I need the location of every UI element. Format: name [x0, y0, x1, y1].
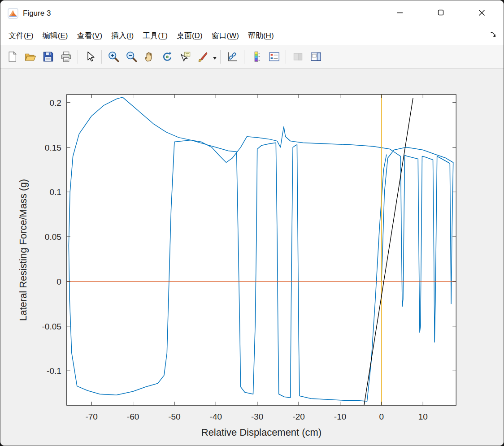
zoom-out-button[interactable] — [122, 48, 140, 66]
link-plot-icon — [226, 51, 239, 63]
open-file-button[interactable] — [21, 48, 39, 66]
figure-canvas: -70-60-50-40-30-20-10010-0.1-0.0500.050.… — [0, 69, 504, 446]
x-tick-label: -50 — [168, 412, 180, 421]
menu-item-d[interactable]: 桌面(D) — [172, 28, 207, 43]
maximize-icon — [438, 9, 444, 17]
toolbar-separator — [286, 50, 286, 64]
x-tick-label: 0 — [379, 412, 384, 421]
toolbar-separator — [101, 50, 102, 64]
y-tick-label: 0.1 — [49, 187, 61, 197]
new-figure-icon — [6, 51, 18, 63]
open-file-icon — [24, 51, 36, 63]
axes-background — [67, 95, 456, 405]
x-tick-label: -10 — [334, 412, 346, 421]
menu-item-f[interactable]: 文件(F) — [4, 28, 38, 43]
insert-legend-icon — [268, 51, 280, 63]
zoom-out-icon — [126, 51, 138, 63]
toolbar-separator — [78, 50, 78, 64]
menu-item-v[interactable]: 查看(V) — [72, 28, 107, 43]
pan-icon — [143, 51, 156, 63]
toolbar-separator — [220, 50, 221, 64]
y-tick-label: -0.05 — [42, 322, 61, 331]
link-plot-button[interactable] — [223, 48, 241, 66]
rotate-3d-button[interactable] — [158, 48, 176, 66]
window-controls — [386, 0, 504, 26]
dock-figure-button[interactable] — [488, 30, 498, 40]
x-tick-label: -30 — [251, 412, 263, 421]
brush-data-icon — [197, 51, 209, 63]
insert-legend-button[interactable] — [265, 48, 283, 66]
close-icon — [478, 9, 485, 18]
zoom-in-icon — [108, 51, 120, 63]
brush-data-button[interactable] — [194, 48, 212, 66]
menu-item-w[interactable]: 窗口(W) — [207, 28, 243, 43]
x-axis-label: Relative Displacement (cm) — [201, 427, 322, 438]
hide-plot-tools-icon — [292, 51, 304, 63]
save-figure-button[interactable] — [39, 48, 57, 66]
menu-item-e[interactable]: 编辑(E) — [38, 28, 73, 43]
menu-item-h[interactable]: 帮助(H) — [243, 28, 278, 43]
toolbar-separator — [244, 50, 244, 64]
insert-colorbar-icon — [250, 51, 262, 63]
window-title: Figure 3 — [23, 9, 51, 18]
x-tick-label: -70 — [85, 412, 97, 421]
minimize-button[interactable] — [386, 0, 414, 26]
data-cursor-icon — [179, 51, 191, 63]
rotate-3d-icon — [161, 51, 174, 63]
menu-item-t[interactable]: 工具(T) — [138, 28, 172, 43]
x-tick-label: -40 — [210, 412, 222, 421]
dock-arrow-icon — [490, 31, 497, 40]
new-figure-button[interactable] — [3, 48, 21, 66]
print-figure-icon — [60, 51, 72, 63]
matlab-figure-window: Figure 3 文件(F)编辑(E)查看(V)插入(I)工具(T)桌面(D)窗… — [0, 0, 504, 446]
insert-colorbar-button[interactable] — [247, 48, 265, 66]
minimize-icon — [397, 9, 403, 17]
toolbar — [0, 45, 504, 69]
window-titlebar: Figure 3 — [0, 0, 504, 26]
show-plot-tools-icon — [310, 51, 322, 63]
y-tick-label: 0.15 — [45, 143, 61, 152]
pan-button[interactable] — [140, 48, 158, 66]
maximize-button[interactable] — [426, 0, 455, 26]
data-cursor-button[interactable] — [176, 48, 194, 66]
menu-bar: 文件(F)编辑(E)查看(V)插入(I)工具(T)桌面(D)窗口(W)帮助(H) — [0, 26, 504, 45]
plot-area[interactable]: -70-60-50-40-30-20-10010-0.1-0.0500.050.… — [0, 69, 504, 446]
x-tick-label: -60 — [127, 412, 139, 421]
menu-item-i[interactable]: 插入(I) — [107, 28, 138, 43]
zoom-in-button[interactable] — [104, 48, 122, 66]
y-tick-label: -0.1 — [47, 366, 61, 376]
y-tick-label: 0 — [56, 277, 61, 286]
close-button[interactable] — [467, 0, 496, 26]
y-tick-label: 0.2 — [49, 98, 61, 108]
edit-plot-pointer-icon — [84, 51, 96, 63]
y-tick-label: 0.05 — [45, 232, 61, 242]
y-axis-label: Lateral Resisting Force/Mass (g) — [17, 179, 29, 321]
print-figure-button[interactable] — [57, 48, 75, 66]
show-plot-tools-button[interactable] — [307, 48, 325, 66]
x-tick-label: -20 — [292, 412, 304, 421]
save-figure-icon — [42, 51, 54, 63]
brush-dropdown-caret[interactable] — [212, 48, 217, 66]
x-tick-label: 10 — [418, 412, 428, 421]
hide-plot-tools-button — [289, 48, 307, 66]
matlab-figure-icon — [8, 8, 18, 19]
edit-plot-pointer-button[interactable] — [81, 48, 99, 66]
